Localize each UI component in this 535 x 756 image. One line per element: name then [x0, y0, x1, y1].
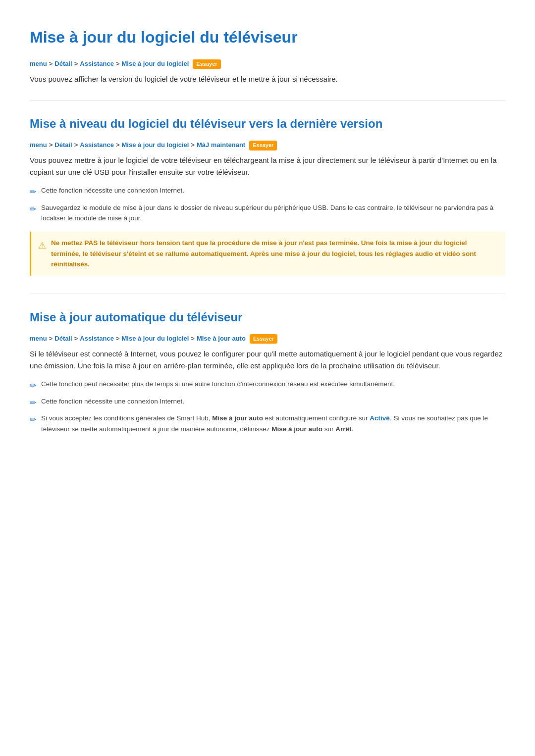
section2-desc: Si le téléviseur est connecté à Internet… [30, 348, 505, 372]
bc-detail[interactable]: Détail [54, 59, 72, 69]
divider-2 [30, 294, 505, 294]
note5-end: . [352, 425, 354, 433]
note-text-2: Sauvegardez le module de mise à jour dan… [41, 202, 505, 224]
note-item: ✏ Sauvegardez le module de mise à jour d… [30, 202, 505, 224]
s2-bc-sep-2: > [74, 334, 78, 344]
s1-bc-assistance[interactable]: Assistance [80, 140, 114, 151]
bc-sep-1: > [49, 59, 53, 69]
bc-badge-top[interactable]: Essayer [193, 59, 220, 69]
s1-bc-menu[interactable]: menu [30, 140, 47, 151]
s2-bc-sep-1: > [49, 334, 53, 344]
note5-suffix2: sur [322, 425, 335, 433]
divider-1 [30, 100, 505, 101]
bc-sep-2: > [74, 59, 78, 69]
bc-assistance[interactable]: Assistance [80, 59, 114, 69]
bc-mise-a-jour[interactable]: Mise à jour du logiciel [122, 59, 189, 69]
section-auto-update: Mise à jour automatique du téléviseur me… [30, 308, 505, 435]
section2-title: Mise à jour automatique du téléviseur [30, 308, 505, 327]
pencil-icon-3: ✏ [30, 379, 36, 392]
pencil-icon-2: ✏ [30, 203, 36, 216]
note5-link4: Arrêt [335, 425, 351, 433]
s2-bc-sep-3: > [116, 334, 120, 344]
s1-bc-sep-2: > [74, 140, 78, 151]
s2-bc-logiciel[interactable]: Mise à jour du logiciel [122, 334, 189, 344]
page-title: Mise à jour du logiciel du téléviseur [30, 25, 505, 50]
page-description: Vous pouvez afficher la version du logic… [30, 73, 505, 85]
note-text-3: Cette fonction peut nécessiter plus de t… [41, 379, 395, 390]
bc-menu[interactable]: menu [30, 59, 47, 69]
note5-link2[interactable]: Activé [370, 414, 390, 422]
s1-bc-detail[interactable]: Détail [54, 140, 72, 151]
bc-sep-3: > [116, 59, 120, 69]
s1-bc-badge[interactable]: Essayer [249, 141, 277, 151]
section1-title: Mise à niveau du logiciel du téléviseur … [30, 114, 505, 133]
pencil-icon-4: ✏ [30, 397, 36, 409]
s1-bc-sep-4: > [191, 140, 195, 151]
note5-middle: est automatiquement configuré sur [263, 414, 370, 422]
note-text-1: Cette fonction nécessite une connexion I… [41, 185, 184, 196]
note5-link1: Mise à jour auto [212, 414, 263, 422]
s2-bc-detail[interactable]: Détail [54, 334, 72, 344]
pencil-icon-5: ✏ [30, 413, 36, 426]
s2-bc-auto[interactable]: Mise à jour auto [197, 334, 246, 344]
note-item-smarthub: ✏ Si vous acceptez les conditions généra… [30, 413, 505, 434]
note-item: ✏ Cette fonction peut nécessiter plus de… [30, 379, 505, 392]
note5-prefix: Si vous acceptez les conditions générale… [41, 414, 212, 422]
section1-desc: Vous pouvez mettre à jour le logiciel de… [30, 154, 505, 178]
s1-bc-sep-3: > [116, 140, 120, 151]
s1-bc-sep-1: > [49, 140, 53, 151]
s1-bc-maj[interactable]: MàJ maintenant [197, 140, 245, 151]
s2-bc-assistance[interactable]: Assistance [80, 334, 114, 344]
pencil-icon-1: ✏ [30, 186, 36, 199]
note-item: ✏ Cette fonction nécessite une connexion… [30, 185, 505, 199]
s2-bc-sep-4: > [191, 334, 195, 344]
note5-link3: Mise à jour auto [271, 425, 322, 433]
section-upgrade: Mise à niveau du logiciel du téléviseur … [30, 114, 505, 276]
note-text-5: Si vous acceptez les conditions générale… [41, 413, 505, 434]
s1-bc-logiciel[interactable]: Mise à jour du logiciel [122, 140, 189, 151]
section1-notes: ✏ Cette fonction nécessite une connexion… [30, 185, 505, 224]
breadcrumb-section1: menu > Détail > Assistance > Mise à jour… [30, 140, 505, 151]
breadcrumb-section2: menu > Détail > Assistance > Mise à jour… [30, 334, 505, 344]
note-text-4: Cette fonction nécessite une connexion I… [41, 396, 184, 407]
warning-icon: ⚠ [38, 239, 46, 253]
warning-box: ⚠ Ne mettez PAS le téléviseur hors tensi… [30, 232, 505, 276]
breadcrumb-top: menu > Détail > Assistance > Mise à jour… [30, 59, 505, 69]
warning-text: Ne mettez PAS le téléviseur hors tension… [51, 238, 498, 270]
s2-bc-badge[interactable]: Essayer [250, 334, 277, 344]
section2-notes: ✏ Cette fonction peut nécessiter plus de… [30, 379, 505, 434]
note-item: ✏ Cette fonction nécessite une connexion… [30, 396, 505, 409]
s2-bc-menu[interactable]: menu [30, 334, 47, 344]
